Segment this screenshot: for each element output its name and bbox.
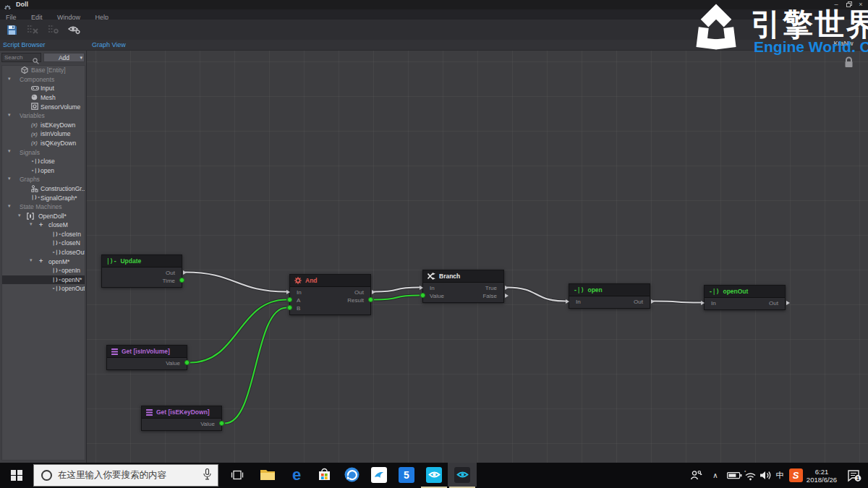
tree-item-openin[interactable]: |)-openIn <box>2 266 85 275</box>
tree-item-opendoll[interactable]: ▾OpenDoll* <box>2 212 85 221</box>
restore-button[interactable] <box>843 0 855 9</box>
expander-icon[interactable]: ▾ <box>8 76 11 82</box>
search-input[interactable] <box>1 53 41 62</box>
var-icon: (x) <box>31 121 38 129</box>
node-openOut[interactable]: -|)openOutInOut <box>704 285 786 310</box>
tree-item-isekeydown[interactable]: (x)isEKeyDown <box>2 121 85 130</box>
tree-item-base-entity[interactable]: Base [Entity] <box>2 66 85 75</box>
edge-browser-icon[interactable]: e <box>282 463 311 487</box>
pin-out-value[interactable] <box>184 360 190 365</box>
pin-in-in[interactable] <box>701 301 705 305</box>
tree-item-closem[interactable]: ▾+closeM <box>2 221 85 230</box>
volume-icon[interactable] <box>757 463 774 488</box>
view-options-button[interactable] <box>68 23 81 36</box>
tree-item-closen[interactable]: |)-closeN <box>2 239 85 248</box>
microphone-icon[interactable] <box>203 468 211 483</box>
tree-item-signals[interactable]: ▾Signals <box>2 147 85 157</box>
node-open[interactable]: -|)openInOut <box>569 283 650 309</box>
ime-indicator[interactable]: 中 <box>773 463 787 488</box>
tree-item-mesh[interactable]: Mesh <box>2 93 85 103</box>
tree-item-open[interactable]: -|)open <box>2 166 85 176</box>
node-header[interactable]: |)-Update <box>102 255 182 267</box>
battery-icon[interactable] <box>725 463 744 488</box>
tray-chevron-up-icon[interactable]: ∧ <box>707 463 723 488</box>
node-header[interactable]: -|)open <box>569 284 650 296</box>
save-button[interactable] <box>5 23 18 36</box>
tree-item-variables[interactable]: ▾Variables <box>2 111 85 121</box>
pin-in-in[interactable] <box>420 286 423 290</box>
tree-item-isinvolume[interactable]: (x)isInVolume <box>2 129 85 139</box>
expander-icon[interactable]: ▾ <box>8 203 11 209</box>
pin-out-result[interactable] <box>368 297 373 302</box>
expander-icon[interactable]: ▾ <box>18 213 21 218</box>
pin-out-value[interactable] <box>219 421 224 426</box>
node-header[interactable]: Branch <box>423 270 503 283</box>
tree-item-closeout[interactable]: -|)closeOut <box>2 248 85 257</box>
tree-item-closein[interactable]: |)-closeIn <box>2 230 85 239</box>
pin-out-out[interactable] <box>183 270 187 275</box>
browser-circle-icon[interactable] <box>337 463 366 487</box>
expander-icon[interactable]: ▾ <box>8 112 11 118</box>
node-header[interactable]: And <box>290 275 370 287</box>
expander-icon[interactable]: ▾ <box>30 257 33 263</box>
pin-in-b[interactable] <box>287 305 292 310</box>
minimize-button[interactable]: – <box>830 0 842 9</box>
node-getEKeyDown[interactable]: Get [isEKeyDown]Value <box>141 406 222 431</box>
pin-in-a[interactable] <box>287 297 292 302</box>
tree-item-signalgraph[interactable]: |)-SignalGraph* <box>2 193 85 202</box>
people-tray-icon[interactable] <box>687 463 705 488</box>
xenko-studio-icon[interactable] <box>420 463 448 487</box>
start-button[interactable] <box>0 463 33 488</box>
expander-icon[interactable]: ▾ <box>30 221 33 227</box>
pin-in-value[interactable] <box>420 293 425 298</box>
close-button[interactable]: × <box>855 0 867 9</box>
pin-out-false[interactable] <box>505 294 509 298</box>
node-header[interactable]: Get [isEKeyDown] <box>142 406 221 419</box>
wifi-icon[interactable]: * <box>742 463 758 488</box>
task-view-button[interactable] <box>223 463 252 487</box>
pin-in-in[interactable] <box>286 290 290 294</box>
tree-item-components[interactable]: ▾Components <box>2 75 85 85</box>
tree-item-constructiongr[interactable]: ConstructionGr... <box>2 184 85 194</box>
node-header[interactable]: -|)openOut <box>705 286 785 298</box>
node-header[interactable]: Get [isInVolume] <box>107 346 187 358</box>
tree-item-state-machines[interactable]: ▾State Machines <box>2 202 85 212</box>
node-update[interactable]: |)-UpdateOutTime <box>101 254 182 288</box>
expander-icon[interactable]: ▾ <box>8 176 11 181</box>
bird-app-icon[interactable] <box>365 463 393 487</box>
chevron-down-icon[interactable]: ▾ <box>80 53 82 62</box>
tree-item-graphs[interactable]: ▾Graphs <box>2 175 85 184</box>
remove-script-button[interactable] <box>26 23 39 36</box>
wire-and-to-branch <box>374 288 420 292</box>
tree-item-input[interactable]: Input <box>2 84 85 93</box>
tree-item-close[interactable]: -|)close <box>2 157 85 166</box>
app-5-icon[interactable]: 5 <box>392 463 421 487</box>
taskbar-search-box[interactable]: 在这里输入你要搜索的内容 <box>33 464 218 487</box>
graph-canvas[interactable]: |)-UpdateOutTimeGet [isInVolume]ValueGet… <box>87 51 868 463</box>
tab-script-browser[interactable]: Script Browser <box>3 41 46 48</box>
node-branch[interactable]: BranchInTrueValueFalse <box>422 270 504 303</box>
node-getInVolume[interactable]: Get [isInVolume]Value <box>106 345 187 370</box>
action-center-icon[interactable]: 1 <box>843 463 865 488</box>
pin-in-in[interactable] <box>566 299 569 304</box>
clock[interactable]: 6:21 2018/6/26 <box>801 463 842 488</box>
sig-in-icon: |)- <box>52 239 61 247</box>
tree-item-isqkeydown[interactable]: (x)isQKeyDown <box>2 139 85 148</box>
tree-item-openn[interactable]: |)-openN* <box>2 275 85 285</box>
node-and[interactable]: AndInOutAResultB <box>289 274 371 315</box>
pin-out-out[interactable] <box>372 290 375 294</box>
add-button[interactable]: Add ▾ <box>43 53 85 62</box>
pin-out-out[interactable] <box>786 301 790 305</box>
xenko-editor-icon-active[interactable] <box>448 463 477 487</box>
tab-graph-view[interactable]: Graph View <box>92 41 126 48</box>
pin-out-time[interactable] <box>179 278 184 283</box>
expander-icon[interactable]: ▾ <box>8 148 11 154</box>
pin-out-out[interactable] <box>651 299 655 304</box>
script-settings-button[interactable] <box>47 23 60 36</box>
tree-item-openm[interactable]: ▾+openM* <box>2 257 85 266</box>
tree-item-sensorvolume[interactable]: SensorVolume <box>2 102 85 111</box>
tree-item-openout[interactable]: -|)openOut <box>2 284 85 294</box>
file-explorer-icon[interactable] <box>253 463 282 487</box>
microsoft-store-icon[interactable] <box>310 463 339 487</box>
pin-out-true[interactable] <box>505 286 509 290</box>
